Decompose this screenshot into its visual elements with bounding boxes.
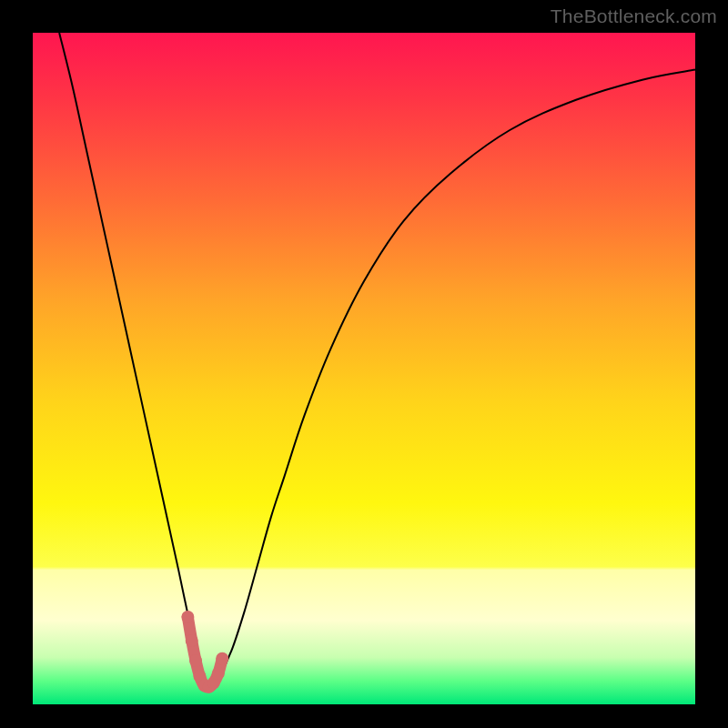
highlight-dot: [186, 634, 198, 647]
plot-svg: [33, 33, 695, 704]
highlight-dot: [181, 611, 194, 623]
highlight-dot: [212, 667, 225, 680]
gradient-background: [33, 33, 695, 704]
watermark-text: TheBottleneck.com: [551, 5, 717, 27]
highlight-dot: [189, 654, 202, 667]
outer-frame: TheBottleneck.com: [0, 0, 728, 728]
highlight-dot: [216, 652, 228, 665]
plot-area: [33, 33, 695, 704]
